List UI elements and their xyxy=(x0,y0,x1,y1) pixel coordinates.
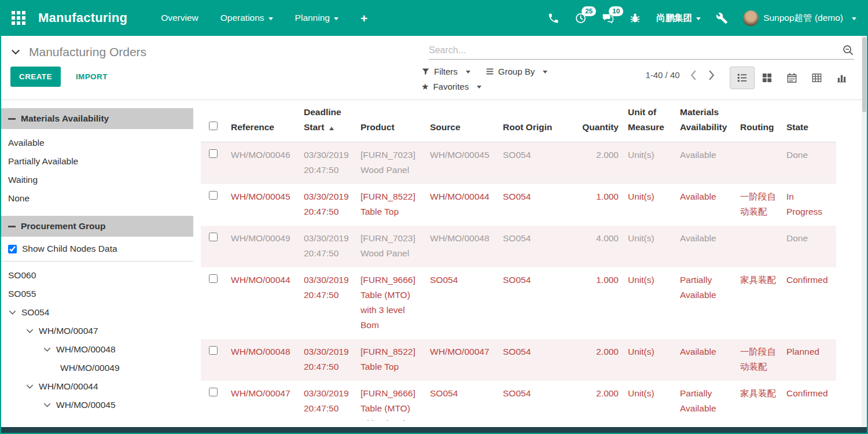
create-button[interactable]: CREATE xyxy=(10,67,61,87)
menu-add-button[interactable]: + xyxy=(361,12,367,24)
calendar-view-button[interactable] xyxy=(779,67,804,89)
favorites-menu[interactable]: ★ Favorites xyxy=(421,82,481,91)
chevron-down-icon xyxy=(696,17,701,20)
filter-item-available[interactable]: Available xyxy=(8,134,193,152)
chevron-down-icon xyxy=(25,327,34,336)
cell-state: Done xyxy=(782,226,836,267)
group-by-menu[interactable]: Group By xyxy=(486,67,547,76)
import-button[interactable]: IMPORT xyxy=(76,72,108,81)
order-row-wh-mo-00046[interactable]: WH/MO/0004603/30/2019 20:47:50[FURN_7023… xyxy=(201,142,836,185)
filter-item-partially-available[interactable]: Partially Available xyxy=(8,152,193,171)
menu-operations[interactable]: Operations xyxy=(220,13,273,23)
cell-uom: Unit(s) xyxy=(623,339,675,381)
row-checkbox[interactable] xyxy=(209,346,218,355)
row-checkbox[interactable] xyxy=(209,388,218,396)
tree-node-so055[interactable]: SO055 xyxy=(1,285,193,303)
cell-availability: Available xyxy=(675,226,735,267)
pager-previous-icon[interactable] xyxy=(690,70,697,80)
wrench-icon[interactable] xyxy=(716,12,728,24)
pager-next-icon[interactable] xyxy=(708,70,715,80)
order-row-wh-mo-00045[interactable]: WH/MO/0004503/30/2019 20:47:50[FURN_8522… xyxy=(201,184,836,226)
cell-source: WH/MO/00045 xyxy=(425,142,498,185)
vertical-scrollbar-thumb[interactable] xyxy=(862,37,866,112)
cell-reference: WH/MO/00045 xyxy=(226,184,299,226)
kanban-view-button[interactable] xyxy=(755,67,779,89)
apps-menu-icon[interactable] xyxy=(12,11,25,25)
cell-routing: 一阶段自动装配 xyxy=(735,339,782,381)
select-all-checkbox[interactable] xyxy=(209,122,218,130)
cell-root_origin: SO054 xyxy=(498,381,571,421)
column-header-deadline[interactable]: DeadlineStart xyxy=(299,100,356,142)
sort-asc-icon xyxy=(329,127,334,130)
order-row-wh-mo-00049[interactable]: WH/MO/0004903/30/2019 20:47:50[FURN_7023… xyxy=(201,226,836,267)
column-header-quantity[interactable]: Quantity xyxy=(571,100,623,142)
tree-node-wh-mo-00047[interactable]: WH/MO/00047 xyxy=(1,322,193,340)
graph-view-button[interactable] xyxy=(829,67,854,89)
filter-item-none[interactable]: None xyxy=(8,189,193,208)
tree-node-so060[interactable]: SO060 xyxy=(1,266,193,285)
tree-node-wh-mo-00044[interactable]: WH/MO/00044 xyxy=(1,377,193,396)
column-header-state[interactable]: State xyxy=(782,100,836,142)
chevron-down-icon xyxy=(25,382,34,391)
cell-reference: WH/MO/00047 xyxy=(226,381,299,421)
column-header-routing[interactable]: Routing xyxy=(735,100,782,142)
tree-node-wh-mo-00048[interactable]: WH/MO/00048 xyxy=(1,340,193,359)
chevron-down-icon xyxy=(466,71,470,73)
pivot-view-button[interactable] xyxy=(804,67,829,89)
column-header-reference[interactable]: Reference xyxy=(226,100,299,142)
column-header-availability[interactable]: MaterialsAvailability xyxy=(675,100,735,142)
company-switcher[interactable]: 尚鹏集团 xyxy=(656,12,701,24)
cell-routing xyxy=(735,226,782,267)
cell-source: SO054 xyxy=(425,381,498,421)
availability-list: AvailablePartially AvailableWaitingNone xyxy=(1,129,193,216)
phone-icon[interactable] xyxy=(547,12,560,24)
tree-node-wh-mo-00045[interactable]: WH/MO/00045 xyxy=(1,396,193,414)
tree-node-wh-mo-00049[interactable]: WH/MO/00049 xyxy=(1,359,193,377)
column-header-source[interactable]: Source xyxy=(425,100,498,142)
graph-view-icon xyxy=(836,72,847,83)
show-child-nodes-checkbox[interactable] xyxy=(8,245,17,253)
user-menu[interactable]: Sunpop超管 (demo) xyxy=(743,10,856,26)
search-icon[interactable] xyxy=(842,44,854,56)
column-header-product[interactable]: Product xyxy=(356,100,425,142)
search-bar xyxy=(429,44,854,60)
column-header-uom[interactable]: Unit ofMeasure xyxy=(623,100,675,142)
horizontal-scrollbar-thumb[interactable] xyxy=(1,427,867,433)
chevron-down-icon xyxy=(334,17,339,20)
cell-state: Planned xyxy=(782,339,836,381)
row-checkbox[interactable] xyxy=(209,149,218,158)
list-view-button[interactable] xyxy=(730,67,755,89)
order-row-wh-mo-00047[interactable]: WH/MO/0004703/30/2019 20:47:50[FURN_9666… xyxy=(201,381,836,421)
horizontal-scrollbar[interactable] xyxy=(1,427,867,433)
activities-clock-icon[interactable]: 25 xyxy=(575,12,587,24)
select-all-cell xyxy=(201,100,226,142)
navbar-systray: 25 10 尚鹏集团 Sunpop超管 (demo) xyxy=(547,10,856,26)
search-input[interactable] xyxy=(429,45,842,56)
bug-icon[interactable] xyxy=(629,12,641,24)
row-checkbox[interactable] xyxy=(209,191,218,200)
cell-product: [FURN_7023] Wood Panel xyxy=(356,226,425,267)
cell-routing: 家具装配 xyxy=(735,267,782,339)
filter-item-waiting[interactable]: Waiting xyxy=(8,171,193,189)
orders-tbody: WH/MO/0004603/30/2019 20:47:50[FURN_7023… xyxy=(201,142,836,421)
app-title[interactable]: Manufacturing xyxy=(38,10,127,25)
cell-uom: Unit(s) xyxy=(623,381,675,421)
row-checkbox[interactable] xyxy=(209,274,218,283)
row-checkbox[interactable] xyxy=(209,233,218,241)
orders-header-row: ReferenceDeadlineStart ProductSourceRoot… xyxy=(201,100,836,142)
messages-icon[interactable]: 10 xyxy=(602,12,614,24)
user-name: Sunpop超管 (demo) xyxy=(763,12,843,24)
breadcrumb-collapse-icon[interactable] xyxy=(10,47,21,57)
cell-reference: WH/MO/00048 xyxy=(226,339,299,381)
chevron-down-icon xyxy=(43,345,52,354)
order-row-wh-mo-00048[interactable]: WH/MO/0004803/30/2019 20:47:50[FURN_8522… xyxy=(201,339,836,381)
menu-overview[interactable]: Overview xyxy=(161,13,198,23)
tree-node-so054[interactable]: SO054 xyxy=(1,303,193,322)
menu-planning[interactable]: Planning xyxy=(295,13,339,23)
user-avatar xyxy=(743,10,759,26)
vertical-scrollbar[interactable] xyxy=(862,36,867,426)
filters-menu[interactable]: Filters xyxy=(421,67,470,76)
column-header-root_origin[interactable]: Root Origin xyxy=(498,100,571,142)
order-row-wh-mo-00044[interactable]: WH/MO/0004403/30/2019 20:47:50[FURN_9666… xyxy=(201,267,836,339)
cell-root_origin: SO054 xyxy=(498,267,571,339)
